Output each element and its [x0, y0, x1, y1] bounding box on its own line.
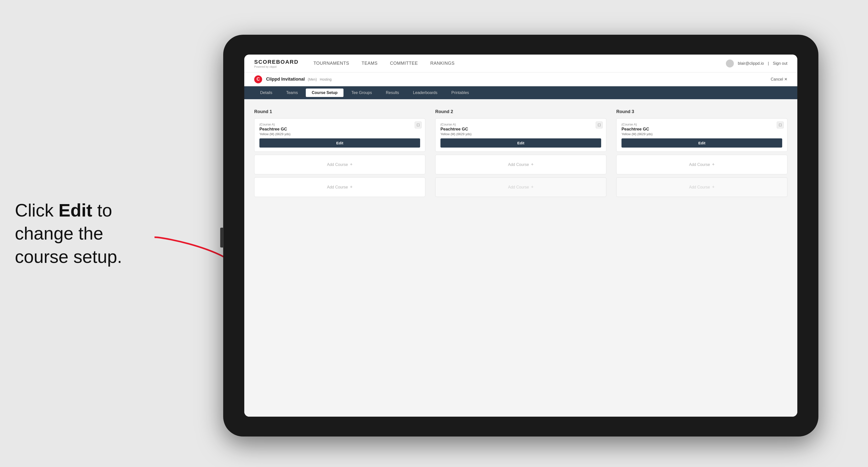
nav-rankings[interactable]: RANKINGS — [430, 61, 455, 66]
round-3-plus-icon-2: + — [712, 185, 715, 190]
nav-links: TOURNAMENTS TEAMS COMMITTEE RANKINGS — [313, 61, 726, 66]
tab-printables[interactable]: Printables — [445, 89, 475, 97]
scoreboard-logo: SCOREBOARD Powered by clippd — [254, 59, 299, 68]
round-2-add-course-2-label: Add Course — [508, 185, 529, 189]
rounds-container: Round 1 ☐ (Course A) Peachtree GC Yellow… — [254, 109, 787, 200]
tab-teams[interactable]: Teams — [280, 89, 304, 97]
hosting-badge: Hosting — [320, 77, 332, 81]
tab-bar: Details Teams Course Setup Tee Groups Re… — [244, 86, 797, 99]
round-1-add-course-2-label: Add Course — [327, 185, 348, 189]
round-1-course-name: Peachtree GC — [259, 127, 420, 132]
round-3-column: Round 3 ☐ (Course A) Peachtree GC Yellow… — [616, 109, 787, 200]
round-3-course-label: (Course A) — [621, 123, 782, 126]
round-2-plus-icon-1: + — [531, 162, 534, 167]
user-avatar — [726, 60, 734, 67]
round-3-add-course-1[interactable]: Add Course + — [616, 155, 787, 174]
sub-header: C Clippd Invitational (Men) Hosting Canc… — [244, 72, 797, 86]
round-2-title: Round 2 — [435, 109, 607, 114]
round-3-course-name: Peachtree GC — [621, 127, 782, 132]
logo-title: SCOREBOARD — [254, 59, 299, 65]
sub-header-logo: C — [254, 75, 262, 83]
round-3-course-details: Yellow (M) (6629 yds) — [621, 132, 782, 136]
round-3-delete-button[interactable]: ☐ — [777, 122, 784, 128]
round-2-plus-icon-2: + — [531, 185, 534, 190]
nav-committee[interactable]: COMMITTEE — [390, 61, 418, 66]
round-3-edit-button[interactable]: Edit — [621, 138, 782, 148]
tab-details[interactable]: Details — [254, 89, 278, 97]
round-3-add-course-2: Add Course + — [616, 177, 787, 197]
nav-separator: | — [768, 61, 769, 66]
round-1-course-card: ☐ (Course A) Peachtree GC Yellow (M) (66… — [254, 118, 425, 152]
round-2-add-course-1[interactable]: Add Course + — [435, 155, 607, 174]
round-2-course-card: ☐ (Course A) Peachtree GC Yellow (M) (66… — [435, 118, 607, 152]
round-1-add-course-1[interactable]: Add Course + — [254, 155, 425, 174]
main-content: Round 1 ☐ (Course A) Peachtree GC Yellow… — [244, 99, 797, 417]
nav-tournaments[interactable]: TOURNAMENTS — [313, 61, 349, 66]
round-2-edit-button[interactable]: Edit — [440, 138, 601, 148]
tab-course-setup[interactable]: Course Setup — [306, 89, 343, 97]
round-3-title: Round 3 — [616, 109, 787, 114]
round-2-course-details: Yellow (M) (6629 yds) — [440, 132, 601, 136]
round-2-column: Round 2 ☐ (Course A) Peachtree GC Yellow… — [435, 109, 607, 200]
round-2-add-course-1-label: Add Course — [508, 162, 529, 167]
instruction-text: Click Edit tochange thecourse setup. — [15, 199, 122, 268]
sign-out-link[interactable]: Sign out — [773, 61, 787, 66]
round-2-course-label: (Course A) — [440, 123, 601, 126]
tab-leaderboards[interactable]: Leaderboards — [407, 89, 443, 97]
round-3-course-card: ☐ (Course A) Peachtree GC Yellow (M) (66… — [616, 118, 787, 152]
nav-right: blair@clippd.io | Sign out — [726, 60, 787, 67]
tournament-name: Clippd Invitational — [266, 76, 305, 82]
user-email: blair@clippd.io — [738, 61, 764, 66]
round-3-add-course-2-label: Add Course — [689, 185, 710, 189]
round-2-course-name: Peachtree GC — [440, 127, 601, 132]
tablet-side-button — [220, 228, 224, 248]
round-2-delete-button[interactable]: ☐ — [596, 122, 602, 128]
round-2-add-course-2: Add Course + — [435, 177, 607, 197]
nav-teams[interactable]: TEAMS — [362, 61, 378, 66]
round-3-add-course-1-label: Add Course — [689, 162, 710, 167]
top-nav: SCOREBOARD Powered by clippd TOURNAMENTS… — [244, 55, 797, 72]
round-1-course-details: Yellow (M) (6629 yds) — [259, 132, 420, 136]
tab-results[interactable]: Results — [380, 89, 405, 97]
round-1-add-course-2[interactable]: Add Course + — [254, 177, 425, 197]
round-1-add-course-1-label: Add Course — [327, 162, 348, 167]
round-1-delete-button[interactable]: ☐ — [415, 122, 422, 128]
round-1-column: Round 1 ☐ (Course A) Peachtree GC Yellow… — [254, 109, 425, 200]
tablet-frame: SCOREBOARD Powered by clippd TOURNAMENTS… — [223, 35, 818, 436]
round-1-course-label: (Course A) — [259, 123, 420, 126]
tab-tee-groups[interactable]: Tee Groups — [345, 89, 378, 97]
gender-badge: (Men) — [308, 77, 317, 81]
cancel-button[interactable]: Cancel ✕ — [771, 77, 787, 82]
round-1-edit-button[interactable]: Edit — [259, 138, 420, 148]
round-1-plus-icon-2: + — [350, 185, 353, 190]
round-1-title: Round 1 — [254, 109, 425, 114]
round-3-plus-icon-1: + — [712, 162, 715, 167]
tablet-screen: SCOREBOARD Powered by clippd TOURNAMENTS… — [244, 55, 797, 417]
logo-sub: Powered by clippd — [254, 65, 299, 68]
round-1-plus-icon-1: + — [350, 162, 353, 167]
